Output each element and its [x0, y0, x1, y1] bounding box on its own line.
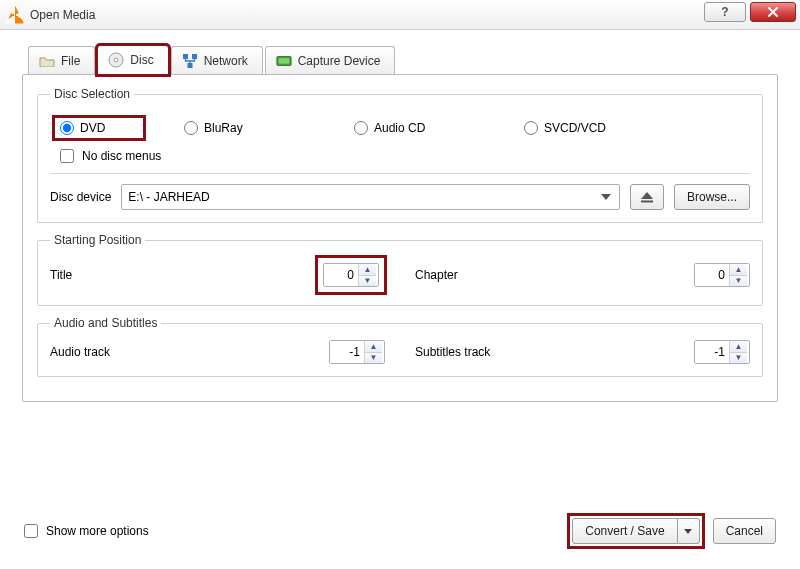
browse-label: Browse...: [687, 190, 737, 204]
disc-type-radios: DVD BluRay Audio CD SVCD/VCD: [54, 117, 750, 139]
media-tabs: File Disc Network Capture Device: [28, 44, 778, 74]
capture-device-icon: [276, 53, 292, 69]
show-more-options-checkbox[interactable]: [24, 524, 38, 538]
window-controls: ?: [704, 2, 796, 22]
svg-rect-2: [183, 54, 188, 59]
subtitles-track-label: Subtitles track: [415, 345, 490, 359]
title-field: Title ▲▼: [50, 257, 385, 293]
audio-track-label: Audio track: [50, 345, 110, 359]
show-more-options-label: Show more options: [46, 524, 149, 538]
chapter-label: Chapter: [415, 268, 458, 282]
radio-bluray-input[interactable]: [184, 121, 198, 135]
subtitles-track-input[interactable]: [695, 341, 729, 363]
disc-device-label: Disc device: [50, 190, 111, 204]
subtitles-track-spinner[interactable]: ▲▼: [694, 340, 750, 364]
spinner-arrows[interactable]: ▲▼: [729, 264, 747, 286]
network-icon: [182, 53, 198, 69]
chevron-down-icon: [684, 529, 692, 534]
cancel-label: Cancel: [726, 524, 763, 538]
tab-file-label: File: [61, 54, 80, 68]
disc-icon: [108, 52, 124, 68]
starting-position-group: Starting Position Title ▲▼ Chapter: [37, 233, 763, 306]
tab-disc-panel: Disc Selection DVD BluRay Audio CD: [22, 74, 778, 402]
disc-selection-group: Disc Selection DVD BluRay Audio CD: [37, 87, 763, 223]
close-button[interactable]: [750, 2, 796, 22]
radio-svcd-label: SVCD/VCD: [544, 121, 606, 135]
no-disc-menus-row: No disc menus: [60, 149, 750, 163]
svg-rect-6: [278, 58, 289, 63]
radio-audiocd[interactable]: Audio CD: [354, 117, 524, 139]
title-input[interactable]: [324, 264, 358, 286]
close-icon: [767, 6, 779, 18]
audio-track-field: Audio track ▲▼: [50, 340, 385, 364]
chevron-down-icon: [597, 188, 615, 206]
svg-rect-4: [187, 63, 192, 68]
radio-audiocd-label: Audio CD: [374, 121, 425, 135]
tab-capture-label: Capture Device: [298, 54, 381, 68]
convert-save-button[interactable]: Convert / Save: [572, 518, 677, 544]
chapter-input[interactable]: [695, 264, 729, 286]
dialog-content: File Disc Network Capture Device: [0, 30, 800, 569]
convert-save-label: Convert / Save: [585, 524, 664, 538]
radio-audiocd-input[interactable]: [354, 121, 368, 135]
radio-dvd-label: DVD: [80, 121, 105, 135]
audio-subtitles-group: Audio and Subtitles Audio track ▲▼ Subti…: [37, 316, 763, 377]
tab-disc[interactable]: Disc: [97, 45, 168, 75]
titlebar: Open Media ?: [0, 0, 800, 30]
radio-svcd-input[interactable]: [524, 121, 538, 135]
folder-icon: [39, 53, 55, 69]
chapter-field: Chapter ▲▼: [415, 263, 750, 287]
no-disc-menus-checkbox[interactable]: [60, 149, 74, 163]
disc-selection-legend: Disc Selection: [50, 87, 134, 101]
radio-dvd-input[interactable]: [60, 121, 74, 135]
tab-file[interactable]: File: [28, 46, 95, 75]
audio-subtitles-legend: Audio and Subtitles: [50, 316, 161, 330]
chapter-spinner[interactable]: ▲▼: [694, 263, 750, 287]
window-title: Open Media: [30, 8, 95, 22]
title-label: Title: [50, 268, 72, 282]
eject-button[interactable]: [630, 184, 664, 210]
help-button[interactable]: ?: [704, 2, 746, 22]
radio-bluray-label: BluRay: [204, 121, 243, 135]
title-spinner[interactable]: ▲▼: [323, 263, 379, 287]
convert-save-dropdown[interactable]: [678, 518, 700, 544]
subtitles-track-field: Subtitles track ▲▼: [415, 340, 750, 364]
eject-icon: [640, 191, 654, 203]
disc-device-value: E:\ - JARHEAD: [128, 190, 209, 204]
open-media-dialog: Open Media ? File Disc: [0, 0, 800, 569]
svg-rect-3: [192, 54, 197, 59]
vlc-cone-icon: [6, 6, 24, 24]
starting-position-legend: Starting Position: [50, 233, 145, 247]
disc-device-combo[interactable]: E:\ - JARHEAD: [121, 184, 620, 210]
spinner-arrows[interactable]: ▲▼: [729, 341, 747, 363]
no-disc-menus-label: No disc menus: [82, 149, 161, 163]
spinner-arrows[interactable]: ▲▼: [364, 341, 382, 363]
radio-dvd[interactable]: DVD: [54, 117, 144, 139]
tab-disc-label: Disc: [130, 53, 153, 67]
svg-rect-7: [641, 201, 653, 203]
disc-device-row: Disc device E:\ - JARHEAD Browse...: [50, 184, 750, 210]
convert-save-split-button: Convert / Save: [569, 515, 702, 547]
tab-capture[interactable]: Capture Device: [265, 46, 396, 75]
divider: [50, 173, 750, 174]
svg-point-1: [114, 58, 118, 62]
tab-network-label: Network: [204, 54, 248, 68]
radio-svcd[interactable]: SVCD/VCD: [524, 117, 694, 139]
cancel-button[interactable]: Cancel: [713, 518, 776, 544]
browse-button[interactable]: Browse...: [674, 184, 750, 210]
tab-network[interactable]: Network: [171, 46, 263, 75]
spinner-arrows[interactable]: ▲▼: [358, 264, 376, 286]
dialog-footer: Show more options Convert / Save Cancel: [22, 511, 778, 559]
radio-bluray[interactable]: BluRay: [184, 117, 354, 139]
audio-track-spinner[interactable]: ▲▼: [329, 340, 385, 364]
audio-track-input[interactable]: [330, 341, 364, 363]
show-more-options[interactable]: Show more options: [24, 524, 149, 538]
